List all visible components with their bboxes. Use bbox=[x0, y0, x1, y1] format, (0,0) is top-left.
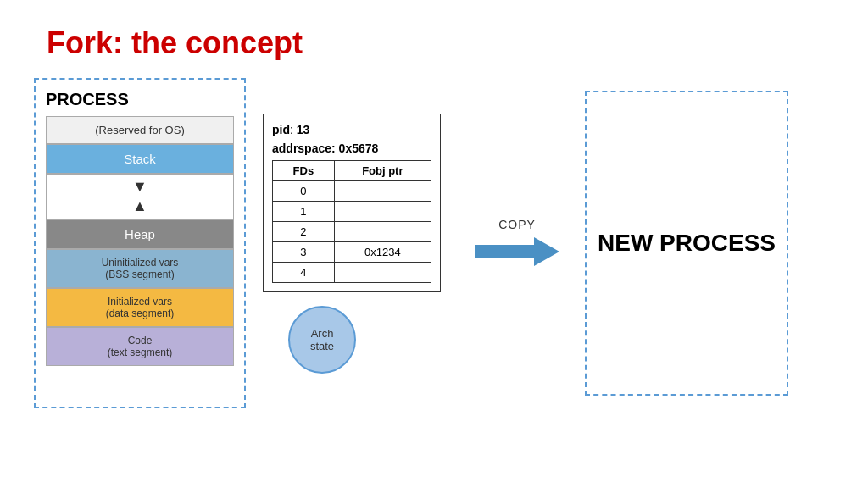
segment-heap: Heap bbox=[46, 219, 234, 249]
arrow-down-icon: ▼ bbox=[132, 178, 147, 196]
pcb-box: pid: 13 addrspace: 0x5678 FDs Fobj ptr 0… bbox=[263, 114, 441, 292]
copy-label: COPY bbox=[498, 218, 536, 231]
fd-cell: 1 bbox=[273, 201, 335, 221]
fobj-cell: 0x1234 bbox=[334, 241, 431, 262]
table-row: 0 bbox=[273, 180, 431, 201]
fobj-cell bbox=[334, 201, 431, 221]
fobj-cell bbox=[334, 180, 431, 201]
pcb-pid: pid: 13 bbox=[272, 123, 431, 136]
process-label: PROCESS bbox=[46, 90, 234, 109]
table-row: 1 bbox=[273, 201, 431, 221]
svg-marker-0 bbox=[475, 237, 559, 266]
arch-state-circle: Arch state bbox=[288, 306, 356, 374]
segment-os: (Reserved for OS) bbox=[46, 116, 234, 144]
fd-cell: 4 bbox=[273, 262, 335, 282]
fd-cell: 2 bbox=[273, 221, 335, 241]
fd-cell: 3 bbox=[273, 241, 335, 262]
arrow-up-icon: ▲ bbox=[132, 197, 147, 215]
table-row: 30x1234 bbox=[273, 241, 431, 262]
fd-table: FDs Fobj ptr 01230x12344 bbox=[272, 160, 431, 283]
fd-cell: 0 bbox=[273, 180, 335, 201]
copy-arrow-area: COPY bbox=[466, 218, 568, 269]
fobj-col-header: Fobj ptr bbox=[334, 160, 431, 180]
process-box: PROCESS (Reserved for OS) Stack ▼ ▲ Heap… bbox=[34, 78, 246, 408]
page-title: Fork: the concept bbox=[0, 0, 868, 78]
fobj-cell bbox=[334, 262, 431, 282]
fobj-cell bbox=[334, 221, 431, 241]
segment-stack: Stack bbox=[46, 144, 234, 174]
right-arrow-icon bbox=[475, 235, 559, 269]
arch-state-label: Arch state bbox=[310, 327, 334, 352]
segment-bss: Uninitialized vars(BSS segment) bbox=[46, 249, 234, 288]
segment-data: Initialized vars(data segment) bbox=[46, 288, 234, 327]
segment-code: Code(text segment) bbox=[46, 327, 234, 366]
segment-arrows: ▼ ▲ bbox=[46, 174, 234, 219]
table-row: 4 bbox=[273, 262, 431, 282]
new-process-label: NEW PROCESS bbox=[598, 230, 776, 257]
pcb-addrspace: addrspace: 0x5678 bbox=[272, 141, 431, 155]
new-process-box: NEW PROCESS bbox=[585, 91, 788, 396]
table-row: 2 bbox=[273, 221, 431, 241]
fd-col-header: FDs bbox=[273, 160, 335, 180]
